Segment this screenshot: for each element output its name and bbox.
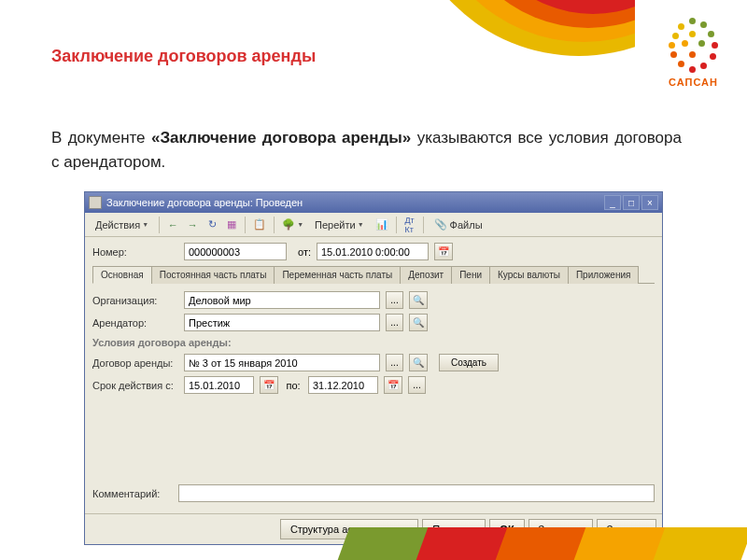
empty-area xyxy=(92,399,655,483)
term-to-label: по: xyxy=(284,380,303,391)
term-from-calendar-icon[interactable]: 📅 xyxy=(260,376,278,394)
debit-credit-icon[interactable]: ДтКт xyxy=(401,216,419,234)
brand-logo: САПСАН xyxy=(663,14,724,88)
window-title: Заключение договора аренды: Проведен xyxy=(106,197,602,208)
close-button[interactable]: × xyxy=(641,195,658,210)
body-prefix: В документе xyxy=(51,129,151,147)
term-label: Срок действия с: xyxy=(92,380,178,391)
tenant-label: Арендатор: xyxy=(92,317,178,329)
from-label: от: xyxy=(292,246,311,258)
refresh-icon[interactable]: ↻ xyxy=(203,216,221,234)
number-input[interactable] xyxy=(184,243,287,260)
term-from-input[interactable] xyxy=(184,376,254,394)
minimize-button[interactable]: _ xyxy=(604,195,621,210)
actions-menu[interactable]: Действия▼ xyxy=(89,216,155,234)
body-bold: «Заключение договора аренды» xyxy=(151,129,411,147)
create-button[interactable]: Создать xyxy=(439,354,499,371)
post-icon[interactable]: 📋 xyxy=(249,216,270,234)
tab-fines[interactable]: Пени xyxy=(451,266,490,284)
org-label: Организация: xyxy=(92,295,178,306)
section-label: Условия договора аренды: xyxy=(92,337,655,348)
tenant-input[interactable] xyxy=(184,314,380,331)
contract-select-button[interactable]: ... xyxy=(386,354,403,371)
files-button[interactable]: 📎Файлы xyxy=(428,216,489,234)
contract-search-icon[interactable]: 🔍 xyxy=(409,354,428,371)
tab-currency[interactable]: Курсы валюты xyxy=(489,266,569,284)
term-to-input[interactable] xyxy=(308,376,378,394)
slide-body: В документе «Заключение договора аренды»… xyxy=(51,126,682,174)
tenant-search-icon[interactable]: 🔍 xyxy=(409,314,428,331)
tab-attach[interactable]: Приложения xyxy=(568,266,640,284)
forward-icon[interactable]: → xyxy=(183,216,202,234)
contract-label: Договор аренды: xyxy=(92,357,178,369)
tenant-select-button[interactable]: ... xyxy=(386,314,403,331)
decorative-stripes-top xyxy=(448,0,635,93)
slide-heading: Заключение договоров аренды xyxy=(51,47,316,66)
back-icon[interactable]: ← xyxy=(163,216,182,234)
decorative-stripes-bottom xyxy=(0,527,747,560)
tab-constant[interactable]: Постоянная часть платы xyxy=(151,266,275,284)
number-label: Номер: xyxy=(92,246,178,258)
window-icon xyxy=(89,196,102,209)
structure-icon[interactable]: 🌳▼ xyxy=(278,216,307,234)
calendar-icon[interactable]: 📅 xyxy=(434,243,453,260)
tabs: Основная Постоянная часть платы Переменн… xyxy=(92,265,655,284)
org-input[interactable] xyxy=(184,291,380,309)
org-search-icon[interactable]: 🔍 xyxy=(409,291,428,309)
maximize-button[interactable]: □ xyxy=(623,195,640,210)
brand-name: САПСАН xyxy=(663,77,724,88)
tab-variable[interactable]: Переменная часть платы xyxy=(274,266,401,284)
tab-main[interactable]: Основная xyxy=(92,266,152,284)
toolbar: Действия▼ ← → ↻ ▦ 📋 🌳▼ Перейти▼ 📊 ДтКт 📎… xyxy=(85,213,662,237)
goto-menu[interactable]: Перейти▼ xyxy=(308,216,371,234)
document-window: Заключение договора аренды: Проведен _ □… xyxy=(84,191,663,545)
tab-deposit[interactable]: Депозит xyxy=(400,266,452,284)
org-select-button[interactable]: ... xyxy=(386,291,403,309)
term-extra-button[interactable]: ... xyxy=(408,376,426,394)
grid-icon[interactable]: ▦ xyxy=(222,216,241,234)
comment-input[interactable] xyxy=(178,484,655,502)
form-content: Номер: от: 📅 Основная Постоянная часть п… xyxy=(85,237,662,513)
comment-label: Комментарий: xyxy=(92,488,178,499)
date-input[interactable] xyxy=(317,243,429,260)
titlebar[interactable]: Заключение договора аренды: Проведен _ □… xyxy=(85,192,662,213)
contract-input[interactable] xyxy=(184,354,380,371)
term-to-calendar-icon[interactable]: 📅 xyxy=(384,376,402,394)
report-icon[interactable]: 📊 xyxy=(372,216,392,234)
